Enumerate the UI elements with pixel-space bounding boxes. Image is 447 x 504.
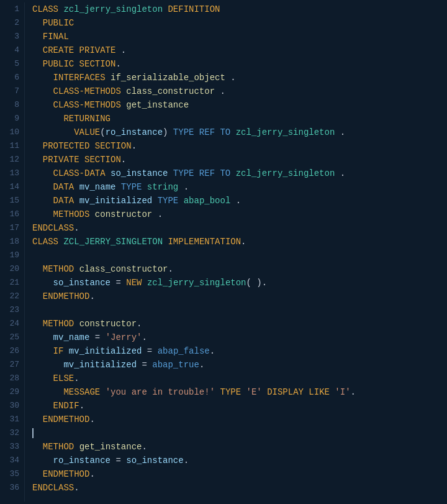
line-number: 31	[5, 413, 19, 426]
code-line: mv_initialized = abap_true.	[32, 358, 447, 372]
token-kw: ENDMETHOD	[32, 469, 89, 479]
line-number: 19	[5, 249, 19, 262]
line-number: 4	[5, 44, 19, 57]
token-plain	[74, 319, 79, 329]
line-number: 15	[5, 194, 19, 208]
line-number: 17	[5, 221, 19, 235]
token-var: mv_name	[53, 332, 90, 342]
token-str: 'Jerry'	[106, 332, 142, 342]
token-kw: METHOD	[32, 264, 74, 274]
token-plain: .	[89, 415, 94, 424]
token-kw: ENDMETHOD	[32, 291, 89, 301]
line-number: 29	[5, 385, 19, 399]
line-number: 3	[5, 30, 19, 44]
token-plain: .	[335, 127, 345, 137]
token-var: mv_initialized	[63, 360, 137, 370]
line-number: 30	[5, 399, 19, 413]
token-plain	[32, 332, 53, 342]
line-number: 22	[5, 290, 19, 303]
token-kw: NEW	[126, 278, 142, 288]
token-plain: .	[115, 59, 120, 69]
token-plain: .	[132, 141, 137, 151]
line-number: 28	[5, 372, 19, 385]
token-plain: .	[74, 373, 79, 383]
token-cls: zcl_jerry_singleton	[63, 4, 163, 14]
token-plain	[152, 196, 157, 206]
token-plain	[74, 182, 79, 192]
line-number: 34	[5, 454, 19, 467]
token-kw: PUBLIC SECTION	[32, 59, 115, 69]
line-number: 2	[5, 16, 19, 30]
token-bool: abap_false	[158, 346, 210, 356]
token-plain	[142, 278, 147, 288]
code-line: ENDMETHOD.	[32, 290, 447, 303]
line-number: 1	[5, 2, 19, 16]
token-str: 'I'	[335, 387, 350, 397]
token-plain: )	[163, 127, 173, 137]
token-plain: .	[335, 168, 345, 178]
token-plain	[53, 360, 64, 370]
token-cls: zcl_jerry_singleton	[236, 127, 335, 137]
token-plain: =	[111, 456, 126, 465]
token-plain: =	[111, 278, 126, 288]
code-line	[32, 303, 447, 317]
token-method: get_instance	[126, 100, 189, 110]
code-line: FINAL	[32, 30, 447, 44]
token-plain	[121, 86, 126, 96]
token-var: so_instance	[111, 168, 168, 178]
token-plain: (	[100, 127, 105, 137]
token-plain: .	[74, 483, 79, 493]
code-line: CLASS-DATA so_instance TYPE REF TO zcl_j…	[32, 167, 447, 180]
token-plain: =	[89, 332, 105, 342]
token-kw: CLASS	[32, 4, 63, 14]
code-line: so_instance = NEW zcl_jerry_singleton( )…	[32, 276, 447, 290]
line-numbers: 1234567891011121314151617181920212223242…	[0, 2, 25, 502]
token-plain	[32, 360, 53, 370]
token-var: mv_initialized	[79, 196, 153, 206]
token-kw3: TYPE REF TO	[173, 168, 230, 178]
token-plain: .	[210, 346, 215, 356]
code-line: DATA mv_initialized TYPE abap_bool .	[32, 194, 447, 208]
token-plain	[32, 401, 53, 411]
token-plain: .	[168, 264, 173, 274]
token-cls: ZCL_JERRY_SINGLETON	[63, 237, 163, 247]
cursor	[32, 428, 34, 438]
token-kw: DATA	[32, 196, 74, 206]
code-line: DATA mv_name TYPE string .	[32, 180, 447, 194]
code-line: ro_instance = so_instance.	[32, 454, 447, 467]
line-number: 9	[5, 112, 19, 126]
code-line: ENDMETHOD.	[32, 467, 447, 481]
token-plain	[262, 387, 267, 397]
token-kw: DATA	[32, 182, 74, 192]
code-line: ENDCLASS.	[32, 481, 447, 495]
token-plain	[32, 346, 53, 356]
code-line: INTERFACES if_serializable_object .	[32, 71, 447, 85]
code-line: METHOD get_instance.	[32, 440, 447, 454]
line-number: 14	[5, 180, 19, 194]
token-plain	[106, 168, 111, 178]
token-cls: zcl_jerry_singleton	[147, 278, 246, 288]
token-var: mv_initialized	[69, 346, 142, 356]
token-kw: METHOD	[32, 442, 74, 452]
token-plain: .	[121, 155, 126, 165]
line-number: 23	[5, 303, 19, 317]
token-kw: PROTECTED SECTION	[32, 141, 132, 151]
token-plain	[89, 209, 94, 219]
token-method: constructor	[79, 319, 137, 329]
code-line: CLASS-METHODS get_instance	[32, 98, 447, 112]
token-var: so_instance	[53, 278, 111, 288]
token-var: mv_name	[79, 182, 116, 192]
line-number: 10	[5, 126, 19, 139]
line-number: 5	[5, 57, 19, 71]
code-line: METHOD constructor.	[32, 317, 447, 331]
token-plain: .	[215, 86, 225, 96]
token-kw: PRIVATE SECTION	[32, 155, 121, 165]
token-plain	[230, 168, 235, 178]
token-plain	[115, 182, 120, 192]
token-plain: =	[142, 346, 157, 356]
token-kw: FINAL	[32, 32, 69, 42]
token-plain: .	[89, 291, 94, 301]
token-plain	[178, 196, 183, 206]
token-method: class_constructor	[79, 264, 168, 274]
token-kw: ELSE	[53, 373, 74, 383]
